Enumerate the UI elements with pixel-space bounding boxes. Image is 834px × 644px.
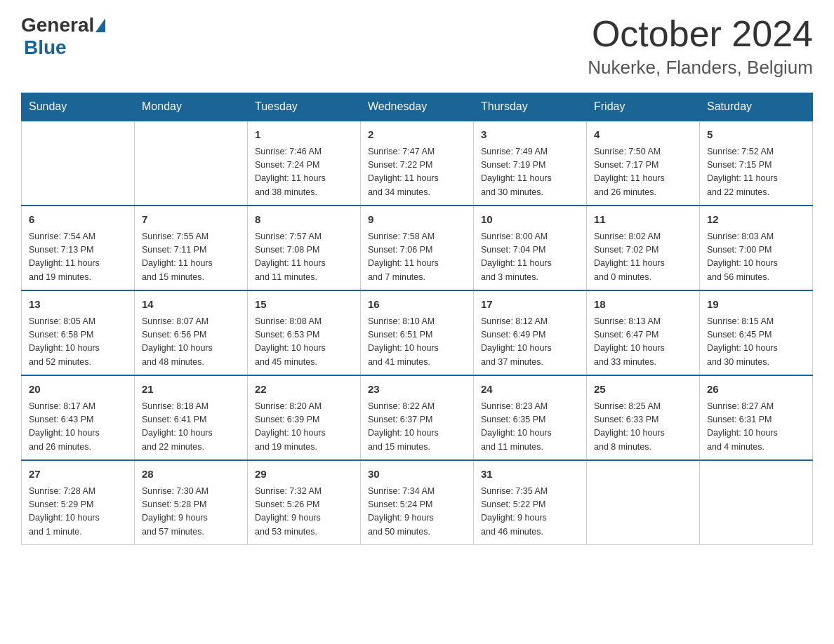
weekday-header-sunday: Sunday [22, 93, 135, 121]
calendar-cell: 27Sunrise: 7:28 AMSunset: 5:29 PMDayligh… [22, 460, 135, 545]
weekday-header-friday: Friday [587, 93, 700, 121]
calendar-cell [587, 460, 700, 545]
day-number: 29 [255, 467, 353, 483]
calendar-cell: 5Sunrise: 7:52 AMSunset: 7:15 PMDaylight… [700, 121, 813, 206]
calendar-cell: 17Sunrise: 8:12 AMSunset: 6:49 PMDayligh… [474, 290, 587, 375]
day-number: 22 [255, 382, 353, 398]
day-number: 9 [368, 212, 466, 228]
day-info: Sunrise: 7:35 AMSunset: 5:22 PMDaylight:… [481, 485, 579, 539]
day-number: 12 [707, 212, 805, 228]
logo-blue-text: Blue [24, 36, 67, 58]
day-info: Sunrise: 8:13 AMSunset: 6:47 PMDaylight:… [594, 315, 692, 370]
calendar-cell: 6Sunrise: 7:54 AMSunset: 7:13 PMDaylight… [22, 206, 135, 290]
day-number: 7 [142, 212, 240, 228]
logo-triangle-icon [95, 18, 105, 32]
day-number: 15 [255, 297, 353, 313]
calendar-cell: 13Sunrise: 8:05 AMSunset: 6:58 PMDayligh… [22, 290, 135, 375]
day-number: 28 [142, 467, 240, 483]
logo-general-text: General [21, 14, 94, 36]
day-info: Sunrise: 7:58 AMSunset: 7:06 PMDaylight:… [368, 230, 466, 285]
calendar-cell: 19Sunrise: 8:15 AMSunset: 6:45 PMDayligh… [700, 290, 813, 375]
day-number: 16 [368, 297, 466, 313]
calendar-week-5: 27Sunrise: 7:28 AMSunset: 5:29 PMDayligh… [22, 460, 813, 545]
calendar-week-1: 1Sunrise: 7:46 AMSunset: 7:24 PMDaylight… [22, 121, 813, 206]
day-number: 18 [594, 297, 692, 313]
day-number: 25 [594, 382, 692, 398]
day-info: Sunrise: 7:34 AMSunset: 5:24 PMDaylight:… [368, 485, 466, 539]
calendar-cell [135, 121, 248, 206]
page-header: General Blue October 2024 Nukerke, Fland… [21, 14, 813, 79]
day-number: 27 [29, 467, 127, 483]
calendar-cell: 9Sunrise: 7:58 AMSunset: 7:06 PMDaylight… [361, 206, 474, 290]
day-number: 30 [368, 467, 466, 483]
calendar-cell [22, 121, 135, 206]
calendar-table: SundayMondayTuesdayWednesdayThursdayFrid… [21, 93, 813, 545]
calendar-week-2: 6Sunrise: 7:54 AMSunset: 7:13 PMDaylight… [22, 206, 813, 290]
day-info: Sunrise: 7:30 AMSunset: 5:28 PMDaylight:… [142, 485, 240, 539]
day-info: Sunrise: 8:02 AMSunset: 7:02 PMDaylight:… [594, 230, 692, 285]
calendar-cell: 4Sunrise: 7:50 AMSunset: 7:17 PMDaylight… [587, 121, 700, 206]
day-info: Sunrise: 8:07 AMSunset: 6:56 PMDaylight:… [142, 315, 240, 370]
calendar-cell: 7Sunrise: 7:55 AMSunset: 7:11 PMDaylight… [135, 206, 248, 290]
logo: General Blue [21, 14, 107, 59]
calendar-cell: 24Sunrise: 8:23 AMSunset: 6:35 PMDayligh… [474, 375, 587, 460]
day-info: Sunrise: 8:25 AMSunset: 6:33 PMDaylight:… [594, 400, 692, 455]
day-info: Sunrise: 8:17 AMSunset: 6:43 PMDaylight:… [29, 400, 127, 455]
day-number: 21 [142, 382, 240, 398]
day-number: 31 [481, 467, 579, 483]
day-number: 13 [29, 297, 127, 313]
weekday-header-wednesday: Wednesday [361, 93, 474, 121]
calendar-cell: 12Sunrise: 8:03 AMSunset: 7:00 PMDayligh… [700, 206, 813, 290]
day-info: Sunrise: 8:23 AMSunset: 6:35 PMDaylight:… [481, 400, 579, 455]
day-info: Sunrise: 7:55 AMSunset: 7:11 PMDaylight:… [142, 230, 240, 285]
day-info: Sunrise: 7:52 AMSunset: 7:15 PMDaylight:… [707, 145, 805, 200]
weekday-header-row: SundayMondayTuesdayWednesdayThursdayFrid… [22, 93, 813, 121]
day-number: 26 [707, 382, 805, 398]
calendar-cell: 30Sunrise: 7:34 AMSunset: 5:24 PMDayligh… [361, 460, 474, 545]
calendar-cell: 25Sunrise: 8:25 AMSunset: 6:33 PMDayligh… [587, 375, 700, 460]
day-number: 5 [707, 127, 805, 143]
day-info: Sunrise: 8:18 AMSunset: 6:41 PMDaylight:… [142, 400, 240, 455]
day-number: 24 [481, 382, 579, 398]
calendar-cell: 2Sunrise: 7:47 AMSunset: 7:22 PMDaylight… [361, 121, 474, 206]
day-info: Sunrise: 7:28 AMSunset: 5:29 PMDaylight:… [29, 485, 127, 539]
day-number: 1 [255, 127, 353, 143]
day-info: Sunrise: 8:15 AMSunset: 6:45 PMDaylight:… [707, 315, 805, 370]
day-number: 11 [594, 212, 692, 228]
calendar-cell: 1Sunrise: 7:46 AMSunset: 7:24 PMDaylight… [248, 121, 361, 206]
day-number: 3 [481, 127, 579, 143]
day-info: Sunrise: 8:03 AMSunset: 7:00 PMDaylight:… [707, 230, 805, 285]
day-info: Sunrise: 7:47 AMSunset: 7:22 PMDaylight:… [368, 145, 466, 200]
day-number: 14 [142, 297, 240, 313]
calendar-cell: 21Sunrise: 8:18 AMSunset: 6:41 PMDayligh… [135, 375, 248, 460]
day-number: 6 [29, 212, 127, 228]
calendar-cell: 11Sunrise: 8:02 AMSunset: 7:02 PMDayligh… [587, 206, 700, 290]
calendar-cell: 31Sunrise: 7:35 AMSunset: 5:22 PMDayligh… [474, 460, 587, 545]
day-info: Sunrise: 7:32 AMSunset: 5:26 PMDaylight:… [255, 485, 353, 539]
calendar-cell: 20Sunrise: 8:17 AMSunset: 6:43 PMDayligh… [22, 375, 135, 460]
calendar-cell [700, 460, 813, 545]
weekday-header-monday: Monday [135, 93, 248, 121]
weekday-header-thursday: Thursday [474, 93, 587, 121]
month-title: October 2024 [588, 14, 813, 54]
day-info: Sunrise: 8:05 AMSunset: 6:58 PMDaylight:… [29, 315, 127, 370]
day-number: 23 [368, 382, 466, 398]
day-info: Sunrise: 7:54 AMSunset: 7:13 PMDaylight:… [29, 230, 127, 285]
day-number: 20 [29, 382, 127, 398]
calendar-cell: 28Sunrise: 7:30 AMSunset: 5:28 PMDayligh… [135, 460, 248, 545]
calendar-cell: 3Sunrise: 7:49 AMSunset: 7:19 PMDaylight… [474, 121, 587, 206]
calendar-cell: 18Sunrise: 8:13 AMSunset: 6:47 PMDayligh… [587, 290, 700, 375]
day-info: Sunrise: 8:22 AMSunset: 6:37 PMDaylight:… [368, 400, 466, 455]
calendar-cell: 16Sunrise: 8:10 AMSunset: 6:51 PMDayligh… [361, 290, 474, 375]
calendar-cell: 23Sunrise: 8:22 AMSunset: 6:37 PMDayligh… [361, 375, 474, 460]
calendar-week-3: 13Sunrise: 8:05 AMSunset: 6:58 PMDayligh… [22, 290, 813, 375]
calendar-week-4: 20Sunrise: 8:17 AMSunset: 6:43 PMDayligh… [22, 375, 813, 460]
weekday-header-saturday: Saturday [700, 93, 813, 121]
day-info: Sunrise: 8:00 AMSunset: 7:04 PMDaylight:… [481, 230, 579, 285]
day-info: Sunrise: 8:12 AMSunset: 6:49 PMDaylight:… [481, 315, 579, 370]
day-number: 8 [255, 212, 353, 228]
day-info: Sunrise: 7:46 AMSunset: 7:24 PMDaylight:… [255, 145, 353, 200]
title-section: October 2024 Nukerke, Flanders, Belgium [588, 14, 813, 79]
calendar-cell: 15Sunrise: 8:08 AMSunset: 6:53 PMDayligh… [248, 290, 361, 375]
location-title: Nukerke, Flanders, Belgium [588, 57, 813, 79]
